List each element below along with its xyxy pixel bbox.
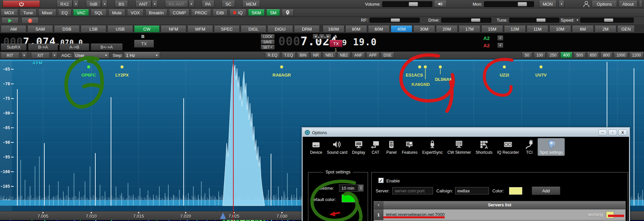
vfo-button-b-a[interactable]: B<->A <box>91 44 123 51</box>
mode-button-spec[interactable]: SPEC <box>214 26 240 33</box>
speaker-button[interactable] <box>434 1 447 7</box>
mode-button-wfm[interactable]: WFM <box>187 26 213 33</box>
mon-button[interactable]: MON <box>539 1 556 7</box>
dialog-tab-spot-settings[interactable]: Spot settings <box>538 138 565 156</box>
dialog-tab-iq-recorder[interactable]: IQ Recorder <box>495 138 521 156</box>
dialog-tab-panel[interactable]: Panel <box>384 138 399 156</box>
cut-button[interactable] <box>639 1 642 7</box>
volume-slider[interactable] <box>382 1 432 7</box>
vfo-b-tx-button[interactable]: TX <box>134 40 154 48</box>
dsp-button-nb1[interactable]: NB1 <box>323 52 336 58</box>
dialog-tab-expertsync[interactable]: ExpertSync <box>420 138 445 156</box>
toolbar-button-ant[interactable]: ANT <box>135 1 151 7</box>
mode-button-digl[interactable]: DIGL <box>241 26 266 33</box>
add-button[interactable]: Add <box>532 187 560 195</box>
filter-button-500[interactable]: 500 <box>574 52 586 58</box>
mode-button-sam[interactable]: SAM <box>27 26 53 33</box>
user-icon[interactable] <box>583 1 590 7</box>
maximize-button[interactable]: ▫ <box>608 129 617 135</box>
mode-button-drm[interactable]: DRM <box>294 26 320 33</box>
filter-button-800[interactable]: 800 <box>600 52 612 58</box>
band-button-gen[interactable]: GEN <box>617 26 635 33</box>
toolbar-button-mute[interactable]: Mute <box>108 9 125 16</box>
toolbar-button-sc[interactable]: SC <box>222 1 235 7</box>
step-select[interactable]: 1 Hz▼ <box>124 52 160 59</box>
power-button[interactable] <box>3 1 40 7</box>
speed-slider[interactable] <box>580 18 634 23</box>
options-button[interactable]: Options <box>592 1 617 7</box>
enable-checkbox[interactable]: ✓ <box>378 178 384 183</box>
lifetime-spinner[interactable]: 10 min ▲▼ <box>339 184 364 192</box>
vfo-button-b-a[interactable]: B->A <box>28 44 58 51</box>
server-row-color-swatch[interactable] <box>606 211 614 218</box>
vfo-button-subrx[interactable]: SubRX <box>1 44 27 51</box>
filter-button-50[interactable]: 50 <box>522 52 532 58</box>
vfo-a2-green-dropdown[interactable]: ▼ <box>497 36 503 41</box>
band-button-6m[interactable]: 6M <box>572 26 594 33</box>
minimize-button[interactable]: ─ <box>598 129 607 135</box>
dsp-button-dse[interactable]: DSE <box>381 52 394 58</box>
toolbar-dropdown-rx2[interactable]: ▼ <box>73 1 79 7</box>
band-button-12m[interactable]: 12M <box>504 26 526 33</box>
toolbar-button-mixer[interactable]: Mixer <box>38 9 56 16</box>
lifetime-spin-arrows[interactable]: ▲▼ <box>358 184 364 192</box>
filter-button-650[interactable]: 650 <box>587 52 599 58</box>
toolbar-dropdown-rx-ant[interactable]: ▼ <box>189 1 194 7</box>
toolbar-button-rx-ant[interactable]: RX ANT <box>165 1 188 7</box>
mode-button-usb[interactable]: USB <box>107 26 133 33</box>
dialog-tab-cat[interactable]: CAT <box>368 138 383 156</box>
mode-button-lsb[interactable]: LSB <box>81 26 106 33</box>
band-button-40m[interactable]: 40M <box>391 26 412 33</box>
mode-button-am[interactable]: AM <box>1 26 26 33</box>
freq-left-arrow[interactable]: ◀ <box>313 34 318 39</box>
dsp-button-anf[interactable]: ANF <box>352 52 365 58</box>
toolbar-button-pa[interactable]: PA <box>202 1 214 7</box>
toolbar-button-rx2[interactable]: RX2 <box>57 1 72 7</box>
rit-dropdown[interactable]: ▼ <box>21 53 27 59</box>
servers-table-header[interactable]: ▼ Servers list <box>374 201 625 209</box>
record-button[interactable] <box>21 18 39 24</box>
toolbar-button-comp[interactable]: COMP <box>169 9 189 16</box>
xit-button[interactable]: XIT <box>31 53 50 59</box>
mode-button-cw[interactable]: CW <box>134 26 160 33</box>
freq-right-arrow[interactable]: ▶ <box>325 34 331 39</box>
toolbar-button-eq[interactable]: EQ <box>58 9 72 16</box>
color-swatch[interactable] <box>509 187 522 195</box>
filter-button-1200[interactable]: 1200 <box>629 52 644 58</box>
mode-button-digu[interactable]: DIGU <box>267 26 293 33</box>
dsp-button-bin[interactable]: BIN <box>297 52 309 58</box>
toolbar-button-proc[interactable]: PROC <box>191 9 211 16</box>
close-button[interactable]: X <box>618 129 627 135</box>
band-button-80m[interactable]: 80M <box>345 26 367 33</box>
vfo-button-a-b[interactable]: A->B <box>59 44 89 51</box>
band-button-60m[interactable]: 60M <box>368 26 390 33</box>
toolbar-button-breakin[interactable]: BreakIn <box>145 9 168 16</box>
dialog-tab-tci[interactable]: TCI <box>522 138 537 156</box>
toolbar-button-vox[interactable]: VOX <box>127 9 143 16</box>
drive-slider[interactable] <box>441 18 491 23</box>
band-button-2m[interactable]: 2M <box>595 26 616 33</box>
mode-button-dsb[interactable]: DSB <box>54 26 80 33</box>
band-button-20m[interactable]: 20M <box>436 26 458 33</box>
toolbar-button-tune[interactable]: Tune <box>20 9 37 16</box>
toolbar-button-iq[interactable]: IQ <box>229 9 246 16</box>
filter-button-400[interactable]: 400 <box>560 52 572 58</box>
agc-select[interactable]: User▼ <box>73 52 109 59</box>
dsp-button-t-eq[interactable]: T.EQ <box>281 52 296 58</box>
tune-marker[interactable] <box>220 212 226 219</box>
dsp-button-nr[interactable]: NR <box>310 52 321 58</box>
toolbar-dropdown-0db[interactable]: ▼ <box>102 1 107 7</box>
pin-button[interactable] <box>282 9 294 16</box>
band-button-15m[interactable]: 15M <box>481 26 503 33</box>
mon-slider[interactable] <box>484 1 534 7</box>
mode-button-nfm[interactable]: NFM <box>161 26 186 33</box>
toolbar-button-bs[interactable]: BS <box>115 1 128 7</box>
dsp-button-apf[interactable]: APF <box>366 52 379 58</box>
about-button[interactable]: About <box>619 1 637 7</box>
toolbar-button-skm[interactable]: SKM <box>248 9 265 16</box>
dialog-tab-shortcuts[interactable]: Shortcuts <box>474 138 495 156</box>
lock-button[interactable]: LOCK <box>261 34 275 39</box>
filter-button-250[interactable]: 250 <box>547 52 559 58</box>
default-color-swatch[interactable] <box>342 194 355 202</box>
filter-button-1000[interactable]: 1000 <box>614 52 628 58</box>
